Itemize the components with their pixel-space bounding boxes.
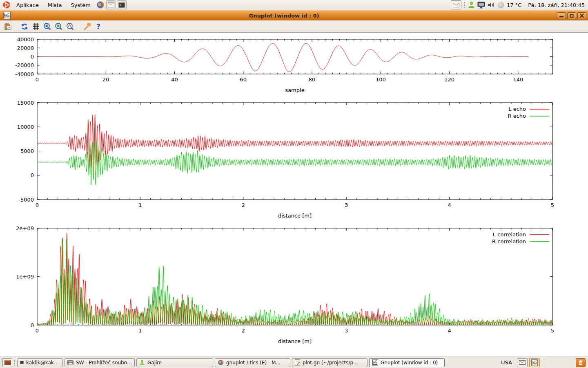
firefox-icon — [96, 1, 105, 9]
mail-tray-button[interactable] — [451, 0, 461, 9]
svg-text:10000: 10000 — [17, 124, 34, 130]
svg-text:0: 0 — [36, 76, 39, 83]
svg-text:5: 5 — [551, 202, 554, 208]
svg-text:120: 120 — [444, 76, 454, 83]
taskbar-item-text-editor[interactable]: plot.gn (~/projects/p... — [292, 358, 368, 367]
menu-system[interactable]: Systém — [67, 1, 94, 9]
autoscale-icon — [66, 22, 74, 31]
close-icon — [579, 13, 584, 18]
temperature-label: 17 °C — [507, 2, 521, 8]
svg-text:-40000: -40000 — [15, 71, 34, 77]
svg-text:0: 0 — [31, 54, 34, 60]
previous-zoom-icon — [43, 22, 51, 31]
trash-applet[interactable] — [576, 358, 586, 367]
ubuntu-menu-icon[interactable] — [2, 0, 11, 9]
tray-handle[interactable] — [464, 2, 466, 8]
taskbar-item-gajim[interactable]: Gajim — [136, 358, 213, 367]
gnuplot-toolbar: ? — [0, 20, 588, 33]
svg-text:3: 3 — [345, 202, 348, 208]
replot-button[interactable] — [19, 22, 30, 31]
svg-text:20000: 20000 — [17, 45, 34, 51]
gnuplot-tray-button[interactable] — [529, 358, 540, 367]
window-list-handle[interactable] — [14, 359, 16, 366]
svg-text:1: 1 — [138, 202, 142, 208]
taskbar-item-firefox[interactable]: gnuplot / tics (E) - M... — [215, 358, 290, 367]
mail-envelope-icon — [519, 360, 526, 365]
next-zoom-icon — [55, 22, 63, 31]
series-L echo — [37, 114, 552, 175]
svg-text:3: 3 — [345, 328, 348, 334]
grid-icon — [32, 22, 40, 31]
clock-label[interactable]: Pá, 18. září, 21:40:45 — [528, 2, 585, 8]
help-icon: ? — [94, 22, 102, 31]
keyboard-layout-indicator[interactable]: USA — [501, 359, 512, 366]
svg-text:140: 140 — [513, 76, 523, 83]
firefox-launcher[interactable] — [96, 0, 105, 9]
next-zoom-button[interactable] — [53, 22, 64, 31]
copy-to-clipboard-icon — [4, 22, 12, 31]
svg-text:4: 4 — [448, 328, 451, 334]
gnuplot-window-icon — [3, 12, 11, 19]
svg-text:R correlation: R correlation — [492, 238, 526, 245]
taskbar-item-label: Gnuplot (window id : 0) — [381, 360, 438, 366]
svg-text:1e+09: 1e+09 — [16, 274, 34, 280]
svg-text:R echo: R echo — [508, 113, 526, 119]
svg-text:15000: 15000 — [17, 100, 34, 106]
weather-icon[interactable] — [497, 2, 504, 9]
trash-icon — [578, 360, 584, 366]
menu-applications[interactable]: Aplikace — [12, 1, 43, 9]
taskbar-item-label: Gajim — [147, 360, 162, 366]
mail-launcher[interactable] — [106, 0, 116, 9]
previous-zoom-button[interactable] — [42, 22, 53, 31]
gajim-icon — [139, 360, 145, 366]
svg-text:0: 0 — [36, 202, 39, 208]
close-button[interactable] — [577, 12, 586, 19]
display-icon[interactable] — [477, 2, 485, 9]
svg-text:0: 0 — [36, 328, 39, 334]
svg-text:0: 0 — [31, 172, 34, 178]
autoscale-button[interactable] — [65, 22, 76, 31]
svg-text:-20000: -20000 — [15, 62, 34, 68]
taskbar-spacer — [544, 358, 572, 367]
window-titlebar[interactable]: Gnuplot (window id : 0) — [0, 10, 588, 20]
taskbar-item-terminal[interactable]: kaklik@kaklik-kolej-u... — [17, 358, 63, 367]
terminal-launcher[interactable] — [117, 0, 127, 9]
svg-text:1: 1 — [138, 328, 142, 334]
svg-text:40: 40 — [171, 76, 178, 83]
update-notifier-icon[interactable] — [468, 1, 475, 9]
mail-envelope-icon — [453, 3, 459, 7]
volume-icon[interactable] — [488, 2, 495, 8]
svg-text:100: 100 — [376, 76, 386, 83]
plot-canvas[interactable]: 020406080100120140-40000-200000200004000… — [0, 33, 588, 357]
series-R correlation — [37, 238, 552, 325]
toolbar-separator — [78, 22, 79, 31]
svg-text:40000: 40000 — [17, 36, 34, 43]
options-button[interactable] — [82, 22, 92, 31]
maximize-button[interactable] — [567, 12, 576, 19]
mail-icon — [108, 2, 114, 7]
taskbar-item-file-manager[interactable]: SW - Prohlížeč souborů — [65, 358, 135, 367]
svg-text:60: 60 — [240, 76, 247, 83]
toggle-grid-button[interactable] — [31, 22, 41, 31]
svg-text:distance [m]: distance [m] — [278, 338, 312, 344]
gnuplot-plots[interactable]: 020406080100120140-40000-200000200004000… — [0, 33, 588, 357]
show-desktop-button[interactable] — [2, 358, 12, 367]
taskbar-item-label: kaklik@kaklik-kolej-u... — [26, 360, 60, 366]
desktop: Aplikace Místa Systém — [0, 0, 588, 368]
chart-1: 020406080100120140-40000-200000200004000… — [15, 36, 552, 94]
svg-text:2: 2 — [242, 328, 245, 334]
series-L correlation — [37, 233, 552, 325]
menu-places[interactable]: Místa — [44, 1, 66, 9]
mail-notification-button[interactable] — [517, 358, 528, 367]
svg-text:L echo: L echo — [508, 106, 526, 112]
minimize-button[interactable] — [557, 12, 566, 19]
terminal-icon — [118, 2, 125, 8]
taskbar-item-gnuplot[interactable]: Gnuplot (window id : 0) — [369, 358, 445, 367]
copy-to-clipboard-button[interactable] — [2, 22, 13, 31]
toolbar-separator — [16, 22, 16, 31]
help-button[interactable]: ? — [93, 22, 104, 31]
svg-text:2: 2 — [242, 202, 245, 208]
maximize-icon — [569, 13, 574, 18]
svg-text:4: 4 — [448, 202, 451, 208]
taskbar-item-label: gnuplot / tics (E) - M... — [226, 360, 281, 366]
